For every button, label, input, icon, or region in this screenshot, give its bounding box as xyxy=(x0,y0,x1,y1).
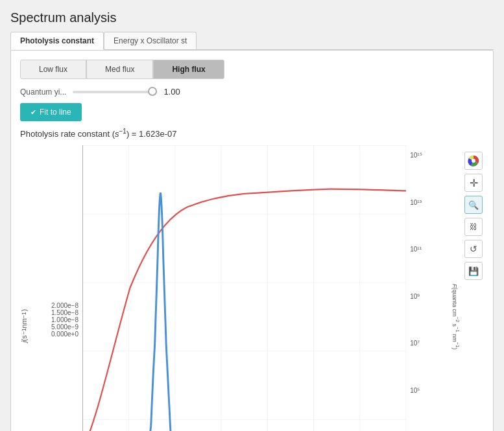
reset-tool-button[interactable]: ↺ xyxy=(464,240,483,258)
color-tool-button[interactable] xyxy=(464,152,483,170)
tab-photolysis[interactable]: Photolysis constant xyxy=(10,32,104,50)
chart-wrapper: j(s−1nm−1) 2.000e−8 1.500e−8 1.000e−8 5.… xyxy=(20,145,484,431)
y-left-tick-0: 2.000e−8 xyxy=(51,302,78,309)
pan-icon: ✛ xyxy=(470,177,478,189)
y-axis-left-label: j(s−1nm−1) xyxy=(20,309,28,342)
reset-icon: ↺ xyxy=(470,244,477,254)
y-axis-right-ticks: 10¹⁵ 10¹³ 10¹¹ 10⁹ 10⁷ 10⁵ 10³ 10¹ xyxy=(406,145,448,431)
chart-plot-area: 280 300 320 340 360 380 400 xyxy=(82,145,406,431)
y-left-tick-3: 5.000e−9 xyxy=(51,323,78,331)
chart-inner: j(s−1nm−1) 2.000e−8 1.500e−8 1.000e−8 5.… xyxy=(20,145,484,431)
chart-svg: 280 300 320 340 360 380 400 xyxy=(82,145,406,431)
link-icon: ⛓ xyxy=(470,222,477,231)
zoom-icon: 🔍 xyxy=(468,200,479,210)
save-tool-button[interactable]: 💾 xyxy=(464,262,483,280)
tools-panel: ✛ 🔍 ⛓ ↺ 💾 xyxy=(461,145,484,431)
quantum-yield-value: 1.00 xyxy=(163,87,180,97)
low-flux-button[interactable]: Low flux xyxy=(20,60,86,79)
y-axis-left-ticks: 2.000e−8 1.500e−8 1.000e−8 5.000e−9 0.00… xyxy=(30,296,82,356)
link-tool-button[interactable]: ⛓ xyxy=(464,218,483,236)
quantum-yield-row: Quantum yi... 1.00 xyxy=(20,87,484,97)
slider-thumb[interactable] xyxy=(148,87,157,96)
svg-rect-0 xyxy=(82,145,406,431)
y-right-tick-3: 10⁹ xyxy=(410,293,420,300)
y-axis-left-wrapper: j(s−1nm−1) 2.000e−8 1.500e−8 1.000e−8 5.… xyxy=(20,145,82,431)
y-right-tick-2: 10¹¹ xyxy=(410,246,422,253)
checkmark-icon: ✔ xyxy=(30,108,36,117)
fit-button-label: Fit to line xyxy=(40,108,71,117)
y-right-tick-5: 10⁵ xyxy=(410,387,420,394)
main-panel: Low flux Med flux High flux Quantum yi..… xyxy=(10,50,494,431)
rate-constant-value: 1.623e-07 xyxy=(139,129,177,139)
zoom-tool-button[interactable]: 🔍 xyxy=(464,196,483,214)
rate-constant-label: Photolysis rate constant (s−1) = 1.623e-… xyxy=(20,128,484,139)
svg-point-11 xyxy=(472,159,475,163)
tabs-bar: Photolysis constant Energy x Oscillator … xyxy=(10,32,494,50)
save-icon: 💾 xyxy=(468,266,479,276)
page-title: Spectrum analysis xyxy=(10,10,494,25)
y-right-tick-4: 10⁷ xyxy=(410,340,420,347)
quantum-yield-label: Quantum yi... xyxy=(20,87,66,97)
y-left-tick-1: 1.500e−8 xyxy=(51,309,78,316)
y-right-tick-0: 10¹⁵ xyxy=(410,152,422,159)
med-flux-button[interactable]: Med flux xyxy=(86,60,153,79)
y-axis-right-wrapper: F(quanta cm−2 s−1 nm−1) xyxy=(448,145,461,431)
high-flux-button[interactable]: High flux xyxy=(153,60,224,79)
y-axis-right-label: F(quanta cm−2 s−1 nm−1) xyxy=(451,284,461,349)
tab-energy[interactable]: Energy x Oscillator st xyxy=(104,32,197,49)
fit-to-line-button[interactable]: ✔ Fit to line xyxy=(20,103,82,121)
y-left-tick-2: 1.000e−8 xyxy=(51,316,78,323)
y-left-tick-4: 0.000e+0 xyxy=(51,331,78,338)
quantum-yield-slider[interactable] xyxy=(73,91,157,93)
color-wheel-icon xyxy=(468,155,479,167)
flux-button-group: Low flux Med flux High flux xyxy=(20,60,484,79)
pan-tool-button[interactable]: ✛ xyxy=(464,174,483,192)
y-right-tick-1: 10¹³ xyxy=(410,199,422,206)
